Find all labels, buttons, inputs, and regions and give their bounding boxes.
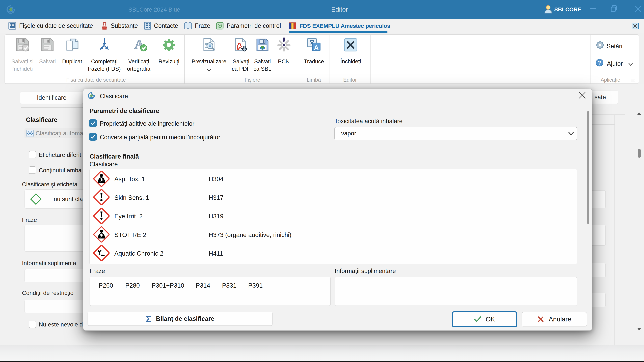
svg-text:?: ? — [598, 60, 601, 66]
svg-text:A: A — [314, 44, 319, 51]
